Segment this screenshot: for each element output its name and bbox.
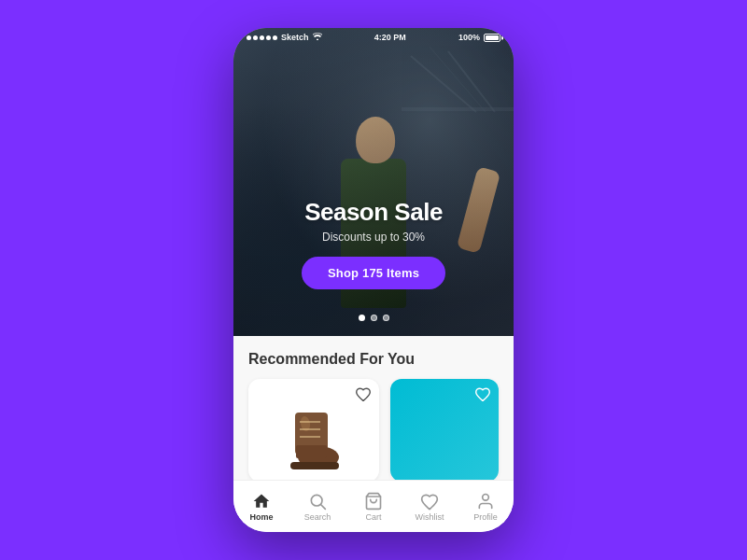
tab-profile[interactable]: Profile	[458, 486, 514, 527]
boot-svg	[272, 394, 356, 478]
recommended-section: Recommended For You	[233, 336, 514, 480]
wishlist-button-cyan[interactable]	[474, 386, 491, 405]
tab-wishlist-label: Wishlist	[416, 512, 444, 522]
battery-icon	[484, 34, 500, 42]
battery-percent: 100%	[458, 33, 480, 42]
time-display: 4:20 PM	[374, 33, 406, 42]
svg-rect-6	[290, 462, 339, 469]
svg-rect-10	[296, 445, 327, 458]
status-right: 100%	[458, 33, 500, 42]
hero-overlay	[233, 28, 514, 336]
carousel-dot-2[interactable]	[371, 315, 377, 321]
wishlist-icon	[420, 492, 439, 511]
carousel-dot-3[interactable]	[383, 315, 389, 321]
carrier-label: Sketch	[281, 33, 309, 42]
signal-dots	[247, 35, 277, 40]
cart-icon	[364, 492, 383, 511]
signal-dot-1	[247, 35, 251, 40]
hero-content: Season Sale Discounts up to 30% Shop 175…	[233, 198, 514, 289]
products-row	[248, 379, 499, 480]
status-left: Sketch	[247, 33, 322, 42]
carousel-dots	[233, 315, 514, 321]
hero-subtitle: Discounts up to 30%	[322, 231, 425, 244]
hero-title: Season Sale	[304, 198, 443, 227]
tab-cart-label: Cart	[365, 512, 381, 522]
product-card-boot[interactable]	[248, 379, 379, 480]
svg-line-13	[321, 504, 326, 509]
signal-dot-5	[273, 35, 277, 40]
tab-cart[interactable]: Cart	[345, 486, 402, 527]
product-card-cyan[interactable]	[390, 379, 499, 480]
tab-wishlist[interactable]: Wishlist	[402, 486, 458, 527]
tab-profile-label: Profile	[473, 512, 498, 522]
signal-dot-4	[266, 35, 271, 40]
signal-dot-3	[260, 35, 264, 40]
phone-frame: Sketch 4:20 PM 100%	[233, 28, 514, 532]
shop-button[interactable]: Shop 175 Items	[302, 257, 445, 289]
tab-home[interactable]: Home	[233, 486, 289, 527]
status-bar: Sketch 4:20 PM 100%	[233, 28, 514, 47]
recommended-title: Recommended For You	[248, 351, 499, 368]
tab-home-label: Home	[249, 512, 273, 522]
svg-point-15	[483, 494, 489, 500]
wishlist-button-boot[interactable]	[355, 386, 372, 405]
heart-icon	[355, 386, 372, 401]
tab-search[interactable]: Search	[289, 486, 345, 527]
boot-image	[248, 394, 379, 480]
battery-fill	[486, 35, 499, 40]
wifi-icon	[313, 33, 322, 42]
tab-bar: Home Search Cart Wishlist	[233, 480, 514, 532]
carousel-dot-1[interactable]	[359, 315, 365, 321]
tab-search-label: Search	[304, 512, 331, 522]
search-icon	[308, 492, 327, 511]
heart-icon-2	[474, 386, 491, 401]
signal-dot-2	[253, 35, 258, 40]
profile-icon	[476, 492, 495, 511]
hero-banner: Season Sale Discounts up to 30% Shop 175…	[233, 28, 514, 336]
home-icon	[252, 492, 271, 511]
